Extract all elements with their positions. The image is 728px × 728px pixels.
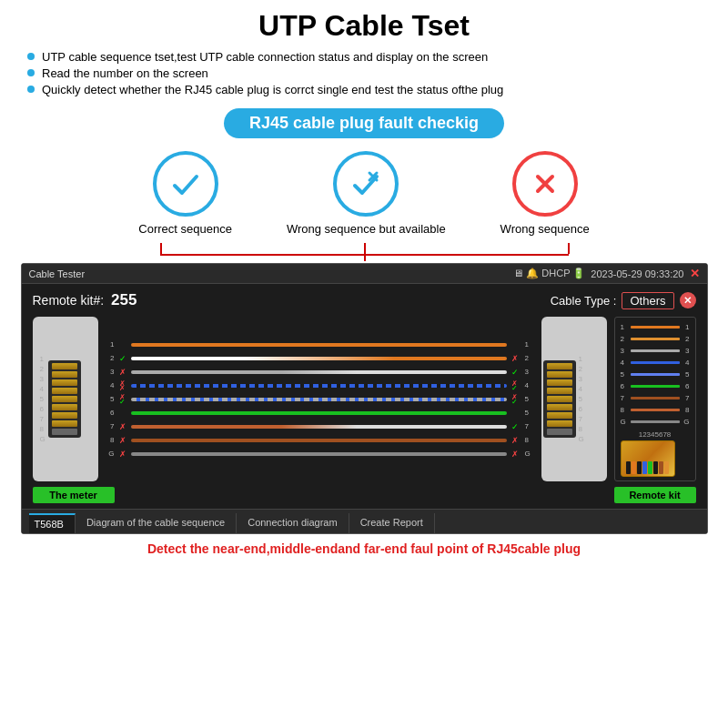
bullet-dot-1 — [27, 53, 35, 60]
left-port-block — [48, 360, 81, 438]
wrong-available-label: Wrong sequence but available — [287, 222, 446, 236]
cable-type-value: Others — [622, 292, 673, 309]
wire-diagram: 1 1 2 ✓ ✗ 2 — [106, 317, 534, 481]
ref-row-3: 3 3 — [621, 345, 690, 356]
app-titlebar: Cable Tester 🖥 🔔 DHCP 🔋 2023-05-29 09:33… — [22, 264, 707, 284]
correct-label: Correct sequence — [138, 222, 232, 236]
icons-row: Correct sequence Wrong sequence but avai… — [18, 151, 710, 236]
app-window-title: Cable Tester — [29, 268, 86, 279]
wrong-available-circle — [333, 151, 399, 217]
titlebar-datetime: 2023-05-29 09:33:20 — [591, 268, 683, 279]
bullet-dot-2 — [27, 69, 35, 76]
icon-wrong-available: Wrong sequence but available — [287, 151, 446, 236]
fault-badge: RJ45 cable plug fault checkig — [224, 108, 504, 138]
app-window-wrapper: Cable Tester 🖥 🔔 DHCP 🔋 2023-05-29 09:33… — [18, 263, 710, 534]
ref-row-7: 7 7 — [621, 392, 690, 403]
wire-row-8: 8 ✗ ✗ 8 — [106, 434, 534, 447]
icon-wrong: Wrong sequence — [500, 151, 590, 236]
tab-t568b[interactable]: T568B — [29, 513, 76, 533]
ref-row-6: 6 6 — [621, 380, 690, 391]
cable-type-label: Cable Type : — [551, 294, 617, 308]
tab-diagram-cable[interactable]: Diagram of the cable sequence — [76, 513, 237, 533]
wire-row-6: 6 5 — [106, 407, 534, 420]
right-connector: 1 2 3 4 5 6 7 8 G — [541, 317, 607, 481]
icon-correct: Correct sequence — [138, 151, 232, 236]
wire-row-5: 5 ✗ ✓ ✗ ✓ 5 — [106, 393, 534, 406]
titlebar-icons: 🖥 🔔 DHCP 🔋 — [513, 268, 585, 279]
bullet-dot-3 — [27, 86, 35, 93]
ref-row-8: 8 8 — [621, 404, 690, 415]
kit-row: Remote kit#: 255 Cable Type : Others ✕ — [33, 291, 696, 309]
bullet-3: Quickly detect whether the RJ45 cable pl… — [27, 83, 701, 96]
wire-row-7: 7 ✗ ✓ 7 — [106, 420, 534, 433]
ref-row-2: 2 2 — [621, 333, 690, 344]
connector-lines — [127, 243, 601, 261]
plug-label: 12345678 — [621, 430, 690, 439]
tab-connection-diagram[interactable]: Connection diagram — [237, 513, 349, 533]
page-container: UTP Cable Tset UTP cable sequence tset,t… — [0, 0, 728, 728]
cable-type-box: Cable Type : Others ✕ — [551, 292, 696, 309]
wire-row-1: 1 1 — [106, 339, 534, 351]
correct-circle — [153, 151, 218, 217]
bullet-1: UTP cable sequence tset,test UTP cable c… — [27, 50, 701, 64]
remote-kit-label: Remote kit#: — [33, 293, 105, 308]
wrong-circle — [512, 151, 578, 217]
meter-button[interactable]: The meter — [33, 487, 115, 503]
ref-row-g: G G — [621, 416, 690, 427]
main-diagram: 1 2 3 4 5 6 7 8 G — [33, 317, 696, 481]
tab-bar: T568B Diagram of the cable sequence Conn… — [22, 509, 707, 533]
titlebar-right: 🖥 🔔 DHCP 🔋 2023-05-29 09:33:20 ✕ — [513, 267, 699, 280]
bullet-list: UTP cable sequence tset,test UTP cable c… — [27, 50, 701, 99]
right-port-block — [543, 360, 576, 438]
remote-kit-section: Remote kit#: 255 — [33, 291, 137, 309]
right-port-numbers: 1 2 3 4 5 6 7 8 G — [579, 355, 584, 444]
ref-row-4: 4 4 — [621, 357, 690, 368]
wrong-label: Wrong sequence — [500, 222, 590, 236]
bullet-2: Read the number on the screen — [27, 66, 701, 80]
left-connector: 1 2 3 4 5 6 7 8 G — [33, 317, 98, 481]
app-body: Remote kit#: 255 Cable Type : Others ✕ 1… — [22, 284, 707, 509]
wire-row-3: 3 ✗ ✓ 3 — [106, 366, 534, 379]
tab-create-report[interactable]: Create Report — [349, 513, 435, 533]
remote-kit-value: 255 — [111, 291, 136, 308]
remote-kit-button[interactable]: Remote kit — [614, 487, 696, 503]
app-window: Cable Tester 🖥 🔔 DHCP 🔋 2023-05-29 09:33… — [21, 263, 708, 534]
wire-row-4: 4 ✗ ✗ ✗ ✓ 4 — [106, 379, 534, 392]
close-icon[interactable]: ✕ — [690, 267, 700, 280]
rj45-plug-image — [621, 440, 675, 477]
page-title: UTP Cable Tset — [258, 9, 470, 43]
bottom-text: Detect the near-end,middle-endand far-en… — [147, 541, 581, 556]
wire-row-2: 2 ✓ ✗ 2 — [106, 352, 534, 365]
label-row: The meter Remote kit — [33, 487, 696, 503]
ref-panel: 1 1 2 2 3 3 4 — [614, 317, 696, 481]
left-port-numbers: 1 2 3 4 5 6 7 8 G — [40, 355, 46, 444]
cable-type-close[interactable]: ✕ — [680, 292, 696, 308]
wire-row-g: G ✗ ✗ G — [106, 448, 534, 460]
ref-row-1: 1 1 — [621, 321, 690, 332]
ref-row-5: 5 5 — [621, 369, 690, 379]
